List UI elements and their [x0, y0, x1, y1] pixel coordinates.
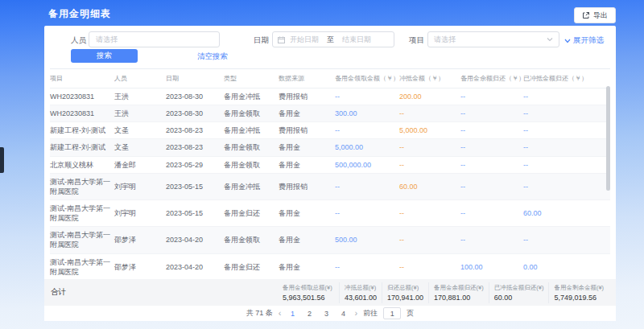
cell-project: 新建工程-刘-测试 [50, 139, 114, 156]
cell-type: 备用金领取 [224, 227, 279, 253]
metric-value: 5,963,501.56 [283, 294, 334, 302]
export-icon [582, 11, 590, 19]
summary-metric: 备用金余额归还(¥)170,881.00 [428, 282, 489, 303]
cell-offset-return: 60.00 [523, 199, 610, 226]
cell-date: 2023-08-30 [166, 88, 224, 105]
cell-balance-return: -- [460, 199, 523, 226]
cell-person: 邵梦泽 [114, 253, 166, 279]
cell-balance-return: -- [460, 122, 523, 139]
page-buttons: 1234 [287, 310, 349, 318]
cell-offset-return: -- [523, 105, 610, 122]
project-filter-label: 项目 [409, 35, 424, 46]
cell-offset-return: -- [523, 88, 610, 105]
cell-received: -- [335, 88, 399, 105]
cell-offset: 5,000.00 [399, 122, 460, 139]
cell-type: 备用金领取 [224, 156, 279, 173]
cell-source: 备用金 [279, 227, 335, 253]
calendar-icon [278, 36, 285, 43]
cell-source: 备用金 [279, 156, 335, 173]
export-label: 导出 [593, 10, 608, 21]
date-range-input[interactable]: 开始日期 至 结束日期 [272, 31, 394, 47]
cell-person: 王洪 [114, 105, 166, 122]
date-filter-label: 日期 [254, 35, 269, 46]
cell-date: 2023-08-30 [166, 105, 224, 122]
cell-balance-return: -- [460, 227, 523, 253]
cell-date: 2023-05-15 [166, 173, 224, 199]
cell-type: 备用金领取 [224, 139, 279, 156]
metric-label: 已冲抵金额归还(¥) [494, 284, 544, 292]
vertical-scrollbar[interactable] [606, 86, 610, 191]
cell-project: 北京顺义桃林 [50, 156, 114, 173]
page-button-3[interactable]: 3 [321, 310, 332, 318]
drawer-handle[interactable] [0, 147, 4, 173]
metric-value: 5,749,019.56 [554, 294, 604, 302]
page-button-1[interactable]: 1 [287, 310, 299, 318]
metric-label: 冲抵总额(¥) [345, 284, 377, 292]
cell-offset: -- [399, 199, 460, 226]
cell-person: 邵梦泽 [114, 227, 166, 253]
cell-balance-return: -- [460, 105, 523, 122]
cell-person: 王洪 [114, 88, 166, 105]
person-select[interactable]: 请选择 [89, 31, 220, 47]
project-select[interactable]: 请选择 [427, 31, 559, 47]
cell-received: 300.00 [335, 105, 399, 122]
cell-person: 刘宇明 [114, 199, 166, 226]
table-row: 测试-南昌大学第一附属医院邵梦泽2023-04-20备用金归还备用金----10… [50, 253, 610, 279]
summary-total-label: 合计 [51, 287, 278, 298]
next-page-icon[interactable]: › [355, 309, 358, 318]
table-row: 测试-南昌大学第一附属医院邵梦泽2023-04-20备用金领取备用金500.00… [50, 227, 610, 253]
summary-row: 合计 备用金领取总额(¥)5,963,501.56冲抵总额(¥)43,601.0… [44, 279, 616, 306]
cell-date: 2023-05-29 [166, 156, 224, 173]
metric-label: 备用金余额归还(¥) [434, 284, 484, 292]
table-header-row: 项目人员日期类型数据来源备用金领取金额（￥）冲抵金额（￥）备用金余额归还（￥）已… [50, 69, 610, 88]
table-row: 北京顺义桃林潘金郎2023-05-29备用金领取备用金500,000.00---… [50, 156, 610, 173]
summary-metric: 归还总额(¥)170,941.00 [382, 282, 428, 303]
page-button-4[interactable]: 4 [338, 310, 349, 318]
cell-balance-return: -- [460, 173, 523, 199]
data-table: 项目人员日期类型数据来源备用金领取金额（￥）冲抵金额（￥）备用金余额归还（￥）已… [50, 68, 610, 279]
cell-source: 费用报销 [279, 122, 335, 139]
column-header: 人员 [114, 69, 166, 88]
cell-offset-return: -- [523, 173, 610, 199]
cell-offset: 60.00 [399, 173, 460, 199]
cell-offset: 200.00 [399, 88, 460, 105]
goto-page-input[interactable] [383, 307, 401, 319]
cell-offset: -- [399, 227, 460, 253]
page-button-2[interactable]: 2 [304, 310, 316, 318]
content-card: 人员 请选择 日期 开始日期 至 结束日期 项目 请选择 展开筛选 搜索 [44, 26, 616, 321]
cell-type: 备用金冲抵 [224, 88, 279, 105]
table-row: 新建工程-刘-测试文圣2023-08-23备用金领取备用金5,000.00---… [50, 139, 610, 156]
cell-person: 潘金郎 [114, 156, 166, 173]
table-row: 测试-南昌大学第一附属医院刘宇明2023-05-15备用金冲抵费用报销--60.… [50, 173, 610, 199]
cell-offset: -- [399, 253, 460, 279]
cell-offset-return: -- [523, 156, 610, 173]
metric-label: 备用金剩余金额(¥) [554, 284, 604, 292]
column-header: 项目 [50, 69, 114, 88]
metric-value: 60.00 [494, 294, 544, 302]
export-button[interactable]: 导出 [574, 7, 616, 23]
prev-page-icon[interactable]: ‹ [279, 309, 282, 318]
table-row: 新建工程-刘-测试文圣2023-08-23备用金冲抵费用报销--5,000.00… [50, 122, 610, 139]
date-start-placeholder: 开始日期 [290, 35, 319, 45]
person-filter-label: 人员 [71, 35, 86, 46]
cell-received: -- [335, 122, 399, 139]
column-header: 备用金领取金额（￥） [335, 69, 399, 88]
cell-project: 测试-南昌大学第一附属医院 [50, 253, 114, 279]
cell-offset: -- [399, 105, 460, 122]
table-row: WH20230831王洪2023-08-30备用金领取备用金300.00----… [50, 105, 610, 122]
search-button[interactable]: 搜索 [71, 49, 138, 63]
cell-type: 备用金领取 [224, 105, 279, 122]
column-header: 日期 [166, 69, 224, 88]
cell-received: -- [335, 253, 399, 279]
page-title: 备用金明细表 [48, 7, 111, 21]
cell-type: 备用金归还 [224, 253, 279, 279]
clear-search-link[interactable]: 清空搜索 [197, 51, 228, 62]
cell-source: 费用报销 [279, 173, 335, 199]
cell-source: 备用金 [279, 253, 335, 279]
summary-metric: 已冲抵金额归还(¥)60.00 [489, 282, 549, 303]
cell-balance-return: 100.00 [460, 253, 523, 279]
expand-filters-link[interactable]: 展开筛选 [564, 35, 604, 46]
cell-source: 费用报销 [279, 88, 335, 105]
cell-type: 备用金冲抵 [224, 173, 279, 199]
cell-project: 新建工程-刘-测试 [50, 122, 114, 139]
